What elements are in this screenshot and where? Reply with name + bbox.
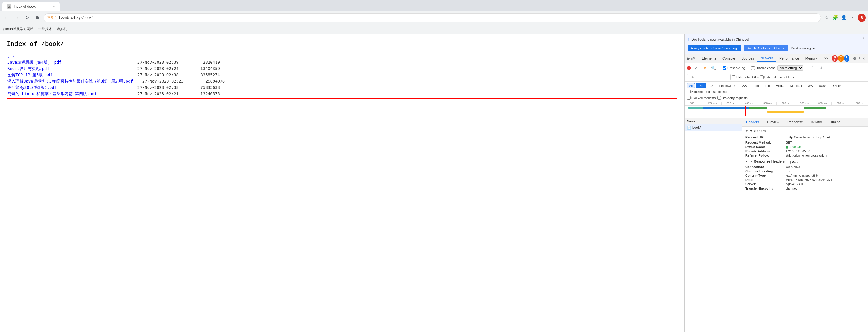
inspect-icon[interactable]: ▶ — [687, 55, 691, 62]
filter-separator-2 — [748, 65, 748, 71]
file-link-5[interactable]: 鸟哥的_Linux_私房菜：基础学习篇_第四版.pdf — [7, 92, 128, 97]
notification-close-button[interactable]: × — [863, 36, 866, 41]
type-wasm-button[interactable]: Wasm — [816, 83, 830, 88]
devtools-type-buttons-bar: All Doc JS Fetch/XHR CSS Font Img Media … — [685, 82, 868, 95]
tab-sources[interactable]: Sources — [739, 55, 757, 62]
htab-response[interactable]: Response — [783, 119, 807, 126]
type-fetchxhr-button[interactable]: Fetch/XHR — [717, 83, 737, 88]
request-type-icon: 📄 — [687, 126, 691, 130]
response-headers-title[interactable]: ▼ Response Headers — [745, 159, 785, 163]
file-size-3: 29694078 — [190, 79, 225, 84]
profile-icon[interactable]: 👤 — [840, 14, 847, 21]
file-link-1[interactable]: Redis设计与实现.pdf — [7, 66, 128, 71]
more-options-icon[interactable]: ⋮ — [857, 55, 861, 62]
htab-preview[interactable]: Preview — [763, 119, 783, 126]
type-js-button[interactable]: JS — [708, 83, 716, 88]
forward-button[interactable]: → — [12, 14, 21, 22]
nav-bar: ← → ↻ ☗ 不安全 hzznb-xzll.xyz/book/ ☆ 🧩 👤 ⋮… — [0, 11, 868, 24]
nav-right-actions: ☆ 🧩 👤 ⋮ B — [823, 14, 866, 22]
devtools-filter-bar: ⊘ ▿ 🔍 Preserve log Disable cache No thro… — [685, 63, 868, 73]
tab-performance[interactable]: Performance — [776, 55, 802, 62]
type-manifest-button[interactable]: Manifest — [787, 83, 804, 88]
type-img-button[interactable]: Img — [763, 83, 772, 88]
user-avatar[interactable]: B — [858, 14, 866, 22]
timeline-ruler: 100 ms 200 ms 300 ms 400 ms 500 ms 600 m… — [685, 101, 868, 105]
address-bar[interactable]: 不安全 hzznb-xzll.xyz/book/ — [43, 13, 821, 22]
file-link-3[interactable]: 深入理解Java虚拟机：JVM高级特性与最佳实践（第3版）周志明.pdf — [7, 79, 133, 84]
bookmark-item-tech[interactable]: 一些技术 — [38, 27, 52, 32]
throttle-select[interactable]: No throttling — [777, 65, 803, 70]
export-icon[interactable]: ⇩ — [818, 65, 825, 71]
connection-row: Connection: keep-alive — [745, 165, 865, 169]
raw-checkbox-label[interactable]: Raw — [787, 161, 798, 164]
parent-dir-link[interactable]: ../ — [7, 54, 128, 59]
page-content: Index of /book/ ../ Java编程思想（第4版）.pdf 27… — [0, 34, 684, 332]
raw-checkbox[interactable] — [787, 161, 791, 164]
waterfall-bar-receive — [804, 107, 826, 109]
list-item: Java编程思想（第4版）.pdf 27-Nov-2023 02:39 2320… — [7, 59, 677, 66]
tab-close-button[interactable]: × — [53, 4, 55, 9]
home-button[interactable]: ☗ — [33, 14, 41, 22]
devtools-timeline[interactable]: 100 ms 200 ms 300 ms 400 ms 500 ms 600 m… — [685, 101, 868, 119]
tab-bar: ⚠ Index of /book/ × — [0, 0, 868, 11]
type-font-button[interactable]: Font — [750, 83, 761, 88]
switch-chinese-button[interactable]: Switch DevTools to Chinese — [744, 45, 788, 51]
menu-icon[interactable]: ⋮ — [849, 14, 856, 21]
preserve-log-checkbox[interactable]: Preserve log — [723, 66, 745, 70]
file-link-2[interactable]: 图解TCP_IP 第5版.pdf — [7, 72, 128, 78]
close-devtools-icon[interactable]: × — [862, 55, 866, 62]
type-doc-button[interactable]: Doc — [696, 83, 706, 88]
remote-address-value: 172.30.128.65:80 — [786, 150, 810, 153]
file-date-5: 27-Nov-2023 02:21 — [128, 92, 185, 96]
tab-console[interactable]: Console — [720, 55, 738, 62]
type-ws-button[interactable]: WS — [805, 83, 815, 88]
dont-show-again-button[interactable]: Don't show again — [791, 46, 815, 50]
type-other-button[interactable]: Other — [831, 83, 843, 88]
server-value: nginx/1.24.0 — [786, 182, 803, 186]
extensions-icon[interactable]: 🧩 — [832, 14, 839, 21]
blocked-response-cookies-checkbox[interactable]: Blocked response cookies — [687, 90, 728, 94]
browser-tab[interactable]: ⚠ Index of /book/ × — [2, 2, 60, 11]
tab-elements[interactable]: Elements — [699, 55, 719, 62]
blocked-requests-checkbox[interactable]: Blocked requests — [687, 96, 716, 100]
third-party-checkbox[interactable]: 3rd-party requests — [717, 96, 747, 100]
bookmark-star-icon[interactable]: ☆ — [823, 14, 830, 21]
tab-memory[interactable]: Memory — [803, 55, 820, 62]
bookmark-label: 一些技术 — [38, 27, 52, 32]
file-link-4[interactable]: 高性能MySQL(第3版).pdf — [7, 85, 128, 90]
clear-log-icon[interactable]: ⊘ — [693, 65, 700, 71]
htab-initiator[interactable]: Initiator — [807, 119, 826, 126]
tab-more[interactable]: >> — [821, 55, 831, 62]
disable-cache-checkbox[interactable]: Disable cache — [751, 66, 776, 70]
filter-input[interactable] — [687, 74, 731, 80]
settings-icon[interactable]: ⚙ — [853, 55, 857, 62]
referrer-policy-row: Referrer Policy: strict-origin-when-cros… — [745, 154, 865, 157]
device-icon[interactable]: ☍ — [691, 55, 695, 62]
record-button[interactable] — [687, 66, 691, 70]
response-headers-section: ▼ Response Headers Raw Connection: keep-… — [745, 159, 865, 190]
bookmark-item-vm[interactable]: 虚拟机 — [57, 27, 67, 32]
type-media-button[interactable]: Media — [773, 83, 786, 88]
request-item-book[interactable]: 📄 book/ — [685, 125, 742, 131]
connection-value: keep-alive — [786, 165, 800, 169]
type-css-button[interactable]: CSS — [738, 83, 749, 88]
remote-address-key: Remote Address: — [745, 150, 786, 153]
file-link-0[interactable]: Java编程思想（第4版）.pdf — [7, 60, 128, 65]
bookmark-item-github[interactable]: github以及学习网站 — [3, 27, 34, 32]
match-language-button[interactable]: Always match Chrome's language — [688, 45, 741, 51]
back-button[interactable]: ← — [2, 14, 10, 22]
htab-headers[interactable]: Headers — [742, 119, 763, 126]
invert-checkbox[interactable]: Hide data URLs — [732, 75, 758, 79]
htab-timing[interactable]: Timing — [826, 119, 844, 126]
hide-extension-checkbox[interactable]: Hide extension URLs — [760, 75, 794, 79]
general-section-title[interactable]: ▼ General — [745, 129, 865, 133]
type-all-button[interactable]: All — [687, 83, 695, 88]
headers-tabs: Headers Preview Response Initiator Timin… — [742, 119, 868, 127]
reload-button[interactable]: ↻ — [23, 14, 31, 22]
waterfall-bar-connect — [703, 107, 749, 109]
warn-badge: ⚠ 2 — [838, 55, 844, 62]
search-icon[interactable]: 🔍 — [710, 65, 717, 71]
tab-network[interactable]: Network — [757, 55, 776, 62]
filter-icon[interactable]: ▿ — [701, 65, 708, 71]
import-icon[interactable]: ⇧ — [809, 65, 816, 71]
